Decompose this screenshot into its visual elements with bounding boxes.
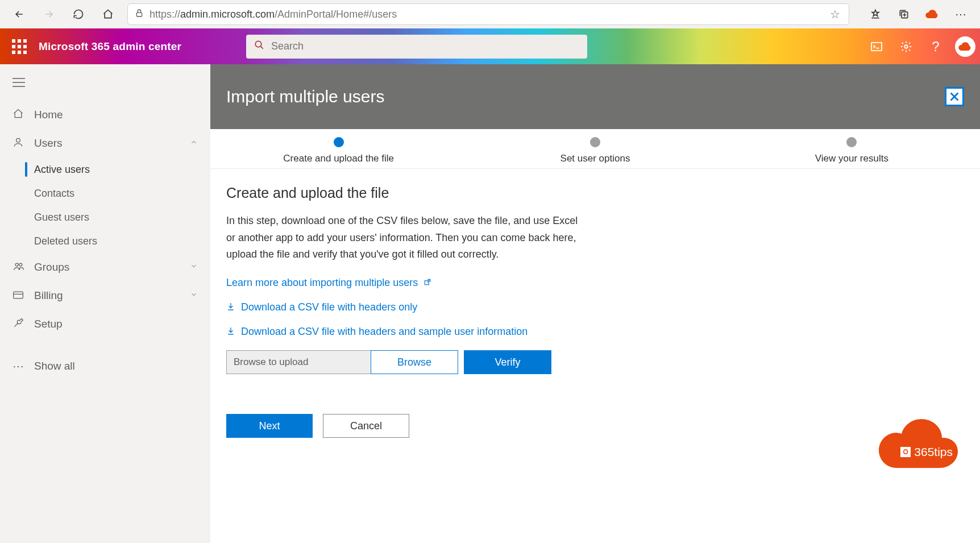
url-text: https://admin.microsoft.com/AdminPortal/…	[150, 9, 823, 20]
chevron-up-icon	[190, 138, 198, 148]
more-menu-icon[interactable]: ⋯	[950, 4, 971, 24]
nav-users[interactable]: Users	[0, 129, 210, 157]
main-panel: Import multiple users Create and upload …	[210, 64, 980, 543]
svg-point-7	[19, 263, 22, 266]
panel-title: Import multiple users	[226, 87, 384, 106]
app-name[interactable]: Microsoft 365 admin center	[39, 40, 181, 53]
nav-label: Home	[34, 109, 63, 121]
collections-icon[interactable]	[894, 4, 914, 24]
browser-toolbar: https://admin.microsoft.com/AdminPortal/…	[0, 0, 980, 28]
next-button[interactable]: Next	[226, 414, 313, 438]
svg-point-4	[904, 45, 908, 48]
nav-label: Show all	[34, 360, 75, 372]
download-headers-link[interactable]: Download a CSV file with headers only	[226, 301, 763, 313]
step-2[interactable]: Set user options	[467, 137, 723, 164]
user-icon	[13, 136, 34, 151]
shell-console-icon[interactable]	[862, 28, 891, 64]
step-dot-icon	[334, 137, 344, 147]
step-dot-icon	[590, 137, 600, 147]
nav-home[interactable]: Home	[0, 101, 210, 129]
nav-setup[interactable]: Setup	[0, 310, 210, 338]
nav-label: Users	[34, 137, 63, 150]
home-icon	[13, 108, 34, 122]
close-panel-button[interactable]	[945, 87, 964, 106]
learn-more-link[interactable]: Learn more about importing multiple user…	[226, 277, 763, 289]
step-dot-icon	[846, 137, 857, 147]
upload-path-field[interactable]: Browse to upload	[226, 350, 371, 374]
left-nav: Home Users Active users Contacts Guest u…	[0, 64, 210, 543]
section-heading: Create and upload the file	[226, 185, 763, 201]
ellipsis-icon: ⋯	[13, 359, 34, 373]
svg-rect-3	[871, 42, 882, 50]
suite-search[interactable]	[246, 35, 587, 59]
nav-billing[interactable]: Billing	[0, 281, 210, 310]
search-icon	[254, 40, 264, 53]
app-launcher-icon[interactable]	[0, 28, 39, 64]
svg-point-2	[255, 41, 261, 47]
nav-collapse-icon[interactable]	[0, 70, 210, 101]
svg-rect-8	[14, 292, 23, 299]
groups-icon	[13, 260, 34, 275]
account-avatar[interactable]	[950, 28, 980, 64]
settings-gear-icon[interactable]	[891, 28, 921, 64]
nav-groups[interactable]: Groups	[0, 253, 210, 281]
forward-icon	[39, 4, 59, 24]
brand-watermark	[865, 418, 963, 471]
profile-cloud-icon[interactable]	[922, 4, 942, 24]
address-bar[interactable]: https://admin.microsoft.com/AdminPortal/…	[127, 3, 849, 25]
chevron-down-icon	[190, 262, 198, 272]
nav-label: Billing	[34, 289, 63, 302]
nav-label: Groups	[34, 261, 69, 273]
step-1[interactable]: Create and upload the file	[210, 137, 467, 164]
download-icon	[226, 302, 235, 313]
wrench-icon	[13, 317, 34, 331]
office-logo-icon: O	[900, 447, 911, 457]
nav-guest-users[interactable]: Guest users	[0, 205, 210, 229]
favorites-list-icon[interactable]	[865, 4, 886, 24]
nav-show-all[interactable]: ⋯ Show all	[0, 352, 210, 380]
wizard-stepper: Create and upload the file Set user opti…	[210, 129, 980, 169]
verify-button[interactable]: Verify	[464, 350, 551, 374]
download-sample-link[interactable]: Download a CSV file with headers and sam…	[226, 326, 763, 338]
cancel-button[interactable]: Cancel	[323, 414, 409, 438]
search-input[interactable]	[271, 40, 579, 52]
svg-point-5	[16, 138, 20, 142]
billing-icon	[13, 289, 34, 302]
refresh-icon[interactable]	[68, 4, 89, 24]
nav-active-users[interactable]: Active users	[0, 157, 210, 181]
help-icon[interactable]: ?	[921, 28, 950, 64]
suite-header: Microsoft 365 admin center ?	[0, 28, 980, 64]
chevron-down-icon	[190, 291, 198, 301]
external-link-icon	[423, 278, 431, 288]
nav-contacts[interactable]: Contacts	[0, 181, 210, 205]
home-nav-icon[interactable]	[98, 4, 118, 24]
brand-watermark-label: O 365tips	[900, 445, 953, 459]
nav-label: Setup	[34, 318, 63, 330]
back-icon[interactable]	[9, 4, 30, 24]
lock-icon	[135, 9, 144, 20]
nav-deleted-users[interactable]: Deleted users	[0, 229, 210, 253]
favorite-star-icon[interactable]: ☆	[828, 4, 842, 24]
step-3[interactable]: View your results	[724, 137, 980, 164]
svg-rect-0	[136, 13, 142, 16]
svg-point-6	[15, 263, 18, 266]
browse-button[interactable]: Browse	[371, 350, 458, 374]
download-icon	[226, 326, 235, 338]
section-description: In this step, download one of the CSV fi…	[226, 213, 579, 263]
